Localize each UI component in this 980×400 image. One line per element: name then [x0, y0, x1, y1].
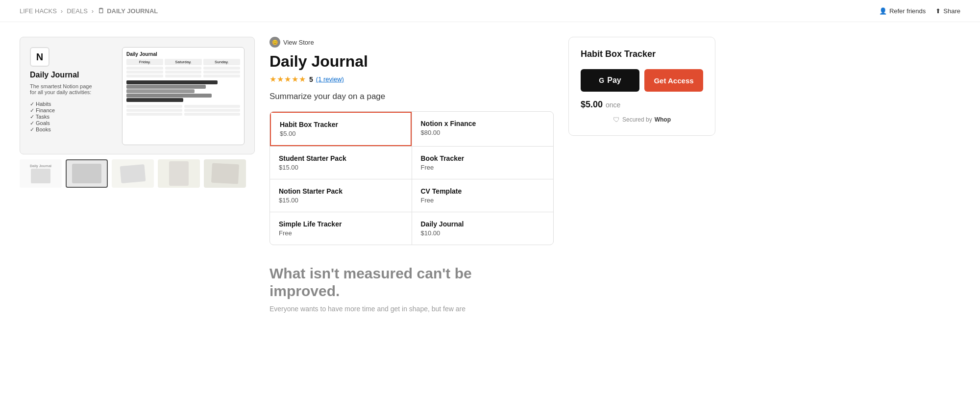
- secure-badge: 🛡 Secured by Whop: [581, 116, 703, 124]
- share-button[interactable]: ⬆ Share: [935, 7, 960, 15]
- grid-item-price-5: Free: [421, 197, 545, 204]
- review-count-link[interactable]: (1 review): [316, 75, 344, 83]
- shield-icon: 🛡: [613, 116, 620, 124]
- grid-item-name-4: Notion Starter Pack: [279, 187, 403, 195]
- grid-item-3[interactable]: Book Tracker Free: [412, 147, 554, 179]
- grid-item-0[interactable]: Habit Box Tracker $5.00: [270, 112, 412, 146]
- grid-item-price-7: $10.00: [421, 229, 545, 237]
- secure-text: Secured by: [622, 116, 652, 123]
- grid-item-name-2: Student Starter Pack: [279, 154, 403, 162]
- thumbnail-3[interactable]: [112, 159, 154, 188]
- payment-buttons: G Pay Get Access: [581, 69, 703, 92]
- feature-goals: Goals: [30, 120, 98, 126]
- grid-item-name-0: Habit Box Tracker: [280, 121, 402, 128]
- image-product-desc: The smartest Notion page for all your da…: [30, 83, 98, 95]
- grid-item-4[interactable]: Notion Starter Pack $15.00: [270, 179, 412, 212]
- share-icon: ⬆: [935, 7, 941, 15]
- star-icons: ★★★★★: [270, 75, 306, 84]
- notion-icon-small: 🗒: [98, 7, 104, 15]
- grid-item-name-3: Book Tracker: [421, 154, 545, 162]
- breadcrumb-current-label: DAILY JOURNAL: [107, 7, 158, 15]
- store-link-label: View Store: [283, 39, 314, 46]
- grid-item-price-2: $15.00: [279, 164, 403, 171]
- whop-brand: Whop: [655, 116, 671, 123]
- grid-item-2[interactable]: Student Starter Pack $15.00: [270, 147, 412, 179]
- main-content: N Daily Journal The smartest Notion page…: [0, 22, 735, 327]
- panel-card: Habit Box Tracker G Pay Get Access $5.00…: [568, 37, 715, 136]
- price-row: $5.00 once: [581, 100, 703, 110]
- refer-friends-button[interactable]: 👤 Refer friends: [879, 7, 926, 15]
- thumbnail-strip: Daily Journal: [20, 159, 255, 188]
- main-product-image: N Daily Journal The smartest Notion page…: [20, 37, 255, 154]
- feature-books: Books: [30, 126, 98, 133]
- grid-item-name-7: Daily Journal: [421, 220, 545, 228]
- thumbnail-5[interactable]: [204, 159, 246, 188]
- nav-actions: 👤 Refer friends ⬆ Share: [879, 7, 960, 15]
- product-screenshot: Daily Journal Friday. Saturday. Sunday.: [122, 47, 245, 145]
- google-g-icon: G: [599, 76, 604, 84]
- gpay-label: Pay: [607, 76, 621, 85]
- breadcrumb-sep2: ›: [92, 7, 94, 15]
- grid-item-5[interactable]: CV Template Free: [412, 179, 554, 212]
- get-access-button[interactable]: Get Access: [644, 69, 703, 92]
- product-name: Daily Journal: [270, 52, 554, 71]
- grid-item-name-6: Simple Life Tracker: [279, 220, 403, 228]
- grid-item-price-1: $80.00: [421, 129, 545, 136]
- gpay-button[interactable]: G Pay: [581, 69, 639, 92]
- price-suffix: once: [606, 101, 620, 109]
- product-details: 😊 View Store Daily Journal ★★★★★ 5 (1 re…: [270, 37, 554, 313]
- breadcrumb-deals[interactable]: DEALS: [67, 7, 88, 15]
- grid-item-1[interactable]: Notion x Finance $80.00: [412, 112, 554, 146]
- thumbnail-1[interactable]: Daily Journal: [20, 159, 62, 188]
- panel-title: Habit Box Tracker: [581, 49, 703, 59]
- store-link[interactable]: 😊 View Store: [270, 37, 554, 48]
- grid-item-price-4: $15.00: [279, 197, 403, 204]
- thumbnail-2[interactable]: [66, 159, 108, 188]
- breadcrumb-current: 🗒 DAILY JOURNAL: [98, 7, 158, 15]
- price-amount: $5.00: [581, 100, 603, 110]
- grid-item-7[interactable]: Daily Journal $10.00: [412, 212, 554, 245]
- product-features-list: Habits Finance Tasks Goals Books: [30, 101, 98, 133]
- refer-icon: 👤: [879, 7, 887, 15]
- grid-item-price-6: Free: [279, 229, 403, 237]
- store-avatar: 😊: [270, 37, 280, 48]
- breadcrumb-lifehacks[interactable]: LIFE HACKS: [20, 7, 57, 15]
- product-images: N Daily Journal The smartest Notion page…: [20, 37, 255, 313]
- grid-item-name-1: Notion x Finance: [421, 120, 545, 127]
- rating-number: 5: [309, 75, 313, 83]
- feature-tasks: Tasks: [30, 114, 98, 120]
- grid-item-price-0: $5.00: [280, 130, 402, 137]
- thumbnail-4[interactable]: [158, 159, 200, 188]
- feature-habits: Habits: [30, 101, 98, 107]
- refer-label: Refer friends: [889, 7, 926, 15]
- purchase-panel: Habit Box Tracker G Pay Get Access $5.00…: [568, 37, 715, 313]
- feature-finance: Finance: [30, 107, 98, 114]
- top-nav: LIFE HACKS › DEALS › 🗒 DAILY JOURNAL 👤 R…: [0, 0, 980, 22]
- product-tagline: Summarize your day on a page: [270, 92, 554, 101]
- grid-item-name-5: CV Template: [421, 187, 545, 195]
- stars-row: ★★★★★ 5 (1 review): [270, 75, 554, 84]
- share-label: Share: [943, 7, 960, 15]
- grid-item-price-3: Free: [421, 164, 545, 171]
- image-product-title: Daily Journal: [30, 71, 98, 79]
- mock-title: Daily Journal: [126, 51, 240, 57]
- product-grid: Habit Box Tracker $5.00 Notion x Finance…: [270, 111, 554, 245]
- breadcrumb-sep1: ›: [61, 7, 63, 15]
- image-left-info: N Daily Journal The smartest Notion page…: [30, 47, 98, 133]
- tagline-section: What isn't measured can't be improved. E…: [270, 265, 554, 313]
- notion-logo: N: [30, 47, 49, 67]
- breadcrumb: LIFE HACKS › DEALS › 🗒 DAILY JOURNAL: [20, 7, 158, 15]
- grid-item-6[interactable]: Simple Life Tracker Free: [270, 212, 412, 245]
- bottom-heading: What isn't measured can't be improved.: [270, 265, 554, 300]
- bottom-subtext: Everyone wants to have more time and get…: [270, 305, 554, 313]
